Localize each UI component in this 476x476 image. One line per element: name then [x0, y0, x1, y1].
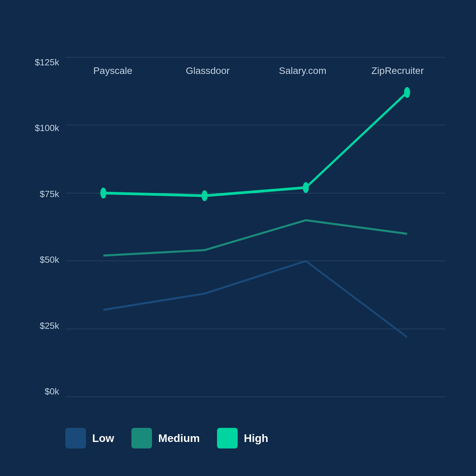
legend-item-high: High: [217, 428, 268, 448]
dot-high-1: [202, 190, 208, 201]
dot-high-3: [404, 87, 410, 98]
legend-item-medium: Medium: [131, 428, 200, 448]
y-axis-label: $25k: [31, 321, 65, 331]
legend: LowMediumHigh: [31, 428, 445, 448]
legend-item-low: Low: [65, 428, 114, 448]
line-chart: [65, 57, 445, 397]
chart-inner: PayscaleGlassdoorSalary.comZipRecruiter: [65, 57, 445, 418]
dot-high-0: [100, 187, 107, 198]
legend-label-medium: Medium: [158, 432, 200, 445]
page-container: $125k$100k$75k$50k$25k$0k PayscaleGlassd…: [0, 0, 476, 476]
y-axis-label: $75k: [31, 189, 65, 199]
legend-label-high: High: [244, 432, 268, 445]
line-high: [103, 93, 407, 196]
y-axis-label: $125k: [31, 57, 65, 68]
legend-swatch-low: [65, 428, 86, 448]
line-low: [103, 261, 407, 337]
legend-label-low: Low: [92, 432, 114, 445]
y-axis-label: $50k: [31, 255, 65, 265]
legend-swatch-high: [217, 428, 238, 448]
dot-high-2: [303, 182, 309, 193]
chart-area: $125k$100k$75k$50k$25k$0k PayscaleGlassd…: [31, 57, 445, 448]
y-axis-label: $0k: [31, 386, 65, 397]
line-medium: [103, 220, 407, 256]
legend-swatch-medium: [131, 428, 152, 448]
chart-wrapper: $125k$100k$75k$50k$25k$0k PayscaleGlassd…: [31, 57, 445, 418]
y-axis-label: $100k: [31, 123, 65, 133]
y-axis: $125k$100k$75k$50k$25k$0k: [31, 57, 65, 418]
